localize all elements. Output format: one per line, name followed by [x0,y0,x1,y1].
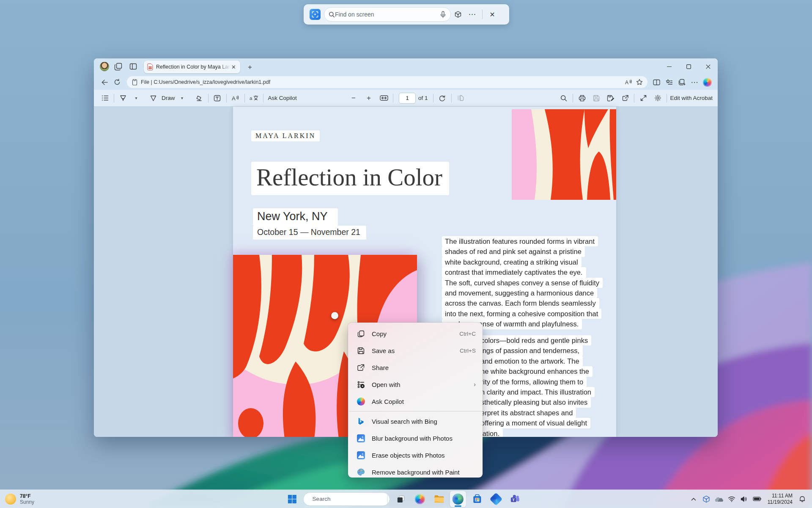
menu-item-erase-objects-photos[interactable]: Erase objects with Photos [348,447,483,464]
3d-capture-icon[interactable] [451,7,465,22]
zoom-in-icon[interactable]: + [363,92,375,105]
edge-app-button[interactable] [450,491,466,507]
microsoft-365-button[interactable] [488,491,504,507]
task-view-button[interactable] [393,491,409,507]
volume-icon[interactable] [739,493,750,505]
maximize-button[interactable] [679,58,698,75]
find-search-field[interactable] [324,7,451,22]
print-icon[interactable] [576,92,588,105]
minimize-button[interactable] [659,58,679,75]
profile-avatar[interactable] [100,62,109,71]
svg-text:T: T [513,497,515,502]
notifications-bell-icon[interactable] [797,493,808,505]
share-icon [357,363,365,372]
page-number-input[interactable]: 1 [399,93,416,104]
favorites-bar-icon[interactable] [663,76,675,88]
save-icon[interactable] [590,92,602,105]
battery-icon[interactable] [752,493,763,505]
close-find-bar-icon[interactable]: ✕ [485,7,499,22]
menu-item-copy[interactable]: Copy Ctrl+C [348,325,483,342]
menu-item-save-as[interactable]: Save as Ctrl+S [348,342,483,359]
pdf-settings-icon[interactable] [652,92,664,105]
page-view-icon[interactable] [455,92,466,105]
draw-pen-icon[interactable] [147,92,159,105]
copilot-icon[interactable] [701,76,713,88]
tab-close-icon[interactable]: ✕ [230,64,237,70]
tray-3d-box-icon[interactable] [701,493,712,505]
more-options-icon[interactable]: ⋯ [465,7,480,22]
highlighter-icon[interactable] [117,92,129,105]
highlighter-dropdown-icon[interactable]: ▾ [130,92,142,105]
collections-icon[interactable] [675,76,688,88]
eraser-icon[interactable] [193,92,205,105]
artwork-thumbnail [512,109,616,200]
draw-label[interactable]: Draw [162,95,175,101]
read-aloud-icon[interactable]: A [230,92,241,105]
workspaces-icon[interactable] [112,60,124,73]
zoom-out-icon[interactable]: − [348,92,359,105]
tab-actions-icon[interactable] [127,60,140,73]
pdf-toolbar: ▾ Draw ▾ A a Ask Copilot − + 1 of [94,90,718,107]
weather-widget[interactable]: 78°F Sunny [5,490,34,508]
ask-copilot-button[interactable]: Ask Copilot [268,95,297,101]
menu-separator [349,411,482,411]
back-icon[interactable] [98,76,111,88]
menu-item-visual-search-bing[interactable]: Visual search with Bing [348,413,483,430]
fullscreen-icon[interactable] [637,92,649,105]
table-of-contents-icon[interactable] [99,92,111,105]
menu-item-remove-background-paint[interactable]: Remove background with Paint [348,464,483,478]
copilot-icon [357,397,365,406]
tab-title: Reflection in Color by Maya Larkin [156,64,230,70]
context-menu: Copy Ctrl+C Save as Ctrl+S Share Open wi… [348,323,483,478]
weather-condition: Sunny [20,499,34,505]
onedrive-icon[interactable] [713,493,724,505]
clock[interactable]: 11:11 AM 11/19/2024 [768,493,793,505]
doc-dates: October 15 — November 21 [253,226,366,240]
paragraph-1: The illustration features rounded forms … [442,236,603,329]
taskbar-search-box[interactable] [303,492,390,506]
save-as-icon[interactable] [605,92,617,105]
add-text-icon[interactable] [211,92,223,105]
search-document-icon[interactable] [558,92,570,105]
menu-item-open-with[interactable]: Open with › [348,376,483,393]
divider [482,10,483,19]
save-icon [357,346,365,355]
new-tab-button[interactable]: + [244,62,255,73]
fit-to-width-icon[interactable] [378,92,390,105]
microphone-icon[interactable] [440,11,446,18]
tray-time: 11:11 AM [768,493,793,499]
browser-tab[interactable]: PDF Reflection in Color by Maya Larkin ✕ [144,61,240,73]
share-icon[interactable] [619,92,631,105]
svg-text:A: A [625,80,628,86]
split-screen-icon[interactable] [650,76,663,88]
translate-icon[interactable]: a [248,92,260,105]
read-aloud-icon[interactable]: A [623,77,634,88]
favorite-star-icon[interactable] [634,77,645,88]
taskbar-search-input[interactable] [313,496,387,502]
screen-capture-icon[interactable] [310,9,321,20]
microsoft-store-button[interactable] [469,491,485,507]
url-field[interactable]: File | C:Users/Onedrive/s_izza/lovegived… [127,76,647,88]
menu-item-share[interactable]: Share [348,359,483,376]
menu-item-ask-copilot[interactable]: Ask Copilot [348,393,483,410]
menu-item-blur-background-photos[interactable]: Blur background with Photos [348,430,483,447]
refresh-icon[interactable] [111,76,123,88]
settings-more-icon[interactable]: ⋯ [688,76,701,88]
file-explorer-button[interactable] [431,491,447,507]
close-window-button[interactable] [698,58,718,75]
bing-icon [357,417,365,425]
wifi-icon[interactable] [726,493,737,505]
find-search-input[interactable] [335,11,440,18]
edit-with-acrobat-button[interactable]: Edit with Acrobat [670,95,713,101]
address-bar: File | C:Users/Onedrive/s_izza/lovegived… [94,75,718,90]
start-button[interactable] [284,491,300,507]
draw-dropdown-icon[interactable]: ▾ [176,92,188,105]
rotate-icon[interactable] [436,92,448,105]
copilot-app-button[interactable] [412,491,428,507]
weather-temperature: 78°F [20,493,34,499]
tray-chevron-icon[interactable] [688,493,699,505]
search-icon [329,11,335,18]
svg-text:A: A [232,95,236,102]
teams-button[interactable]: T [507,491,523,507]
photos-icon [357,434,365,442]
